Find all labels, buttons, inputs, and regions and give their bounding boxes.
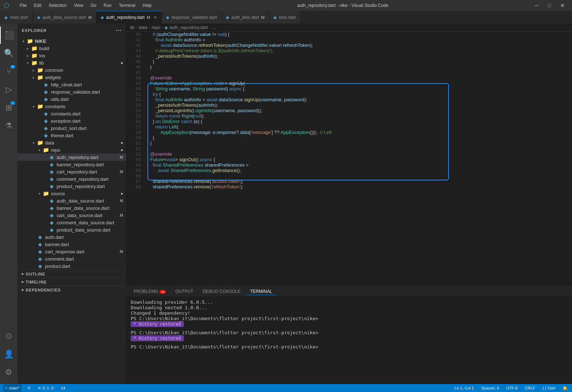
terminal-content[interactable]: Downloading provider 6.0.5... Downloadin… [126,297,572,384]
breadcrumb-lib[interactable]: lib [130,25,134,30]
menu-go[interactable]: Go [88,2,99,9]
run-debug-icon[interactable]: ▷ [0,81,17,98]
tab-response-validator[interactable]: ◆ response_validator.dart [162,11,222,24]
cursor-position[interactable]: Ln 1, Col 1 [453,386,475,390]
panel-tab-debug-console[interactable]: DEBUG CONSOLE [198,288,245,295]
tree-banner-repository[interactable]: ▸ ◆ banner_repository.dart [17,161,126,168]
error-count: 0 [42,386,45,390]
tree-label: cart_data_source.dart [57,213,102,218]
timeline-section[interactable]: ▸ TIMELINE [17,278,126,286]
tab-bloc[interactable]: ◆ bloc.dart [269,11,300,24]
folder-icon: 📁 [36,67,44,73]
tree-auth-repository[interactable]: ▸ ◆ auth_repository.dart M [17,154,126,161]
sidebar-more-button[interactable]: ··· [116,27,122,34]
tree-utils[interactable]: ▸ ◆ utils.dart [17,95,126,103]
tree-widgets[interactable]: ▸ 📁 widgets [17,74,126,81]
code-editor[interactable]: if (authChangeNotifier.value != null) { … [144,32,572,286]
menu-edit[interactable]: Edit [31,2,44,9]
tree-product-repository[interactable]: ▸ ◆ product_repository.dart [17,183,126,190]
tree-auth-data-source[interactable]: ▸ ◆ auth_data_source.dart M [17,197,126,204]
encoding-status[interactable]: UTF-8 [505,386,519,390]
problems-status[interactable]: 14 [59,386,66,390]
tree-constants-folder[interactable]: ▾ 📁 constants [17,103,126,110]
position-text: Ln 1, Col 1 [455,386,474,390]
source-control-icon[interactable]: ⑂ 9 [0,63,17,80]
modified-badge: ● [121,148,123,152]
menu-help[interactable]: Help [140,2,155,9]
tree-response-validator[interactable]: ▸ ◆ response_validator.dart [17,88,126,95]
menu-view[interactable]: View [71,2,86,9]
folder-open-icon: 📁 [26,38,33,44]
tree-http-clinet[interactable]: ▸ ◆ http_clinet.dart [17,81,126,88]
sync-status[interactable]: ↺ [26,386,32,391]
editor-scroll-area[interactable]: 4041424344 4546474849 5051525354 5556575… [126,32,572,286]
panel-tab-terminal[interactable]: TERMINAL [246,288,277,295]
tree-theme[interactable]: ▸ ◆ theme.dart [17,132,126,139]
tree-comment[interactable]: ▸ ◆ comment.dart [17,255,126,262]
breadcrumb-repo[interactable]: repo [151,25,160,30]
tree-lib[interactable]: ▾ 📁 lib ● [17,59,126,66]
menu-run[interactable]: Run [101,2,114,9]
tree-product-sort[interactable]: ▸ ◆ product_sort.dart [17,124,126,132]
minimize-button[interactable]: ─ [531,3,542,8]
panel-tab-output[interactable]: OUTPUT [171,288,198,295]
tab-auth-repository[interactable]: ◆ auth_repository.dart M ✕ [96,11,162,24]
maximize-button[interactable]: □ [544,3,555,8]
menu-selection[interactable]: Selection [46,2,69,9]
tree-constants-dart[interactable]: ▸ ◆ constants.dart [17,110,126,117]
tree-build[interactable]: ▸ 📁 build [17,45,126,52]
language-status[interactable]: { } Dart [541,386,557,390]
tree-root-nike[interactable]: ▾ 📁 NIKE [17,37,126,45]
breadcrumb-file[interactable]: auth_repository.dart [169,25,208,30]
panel-tab-problems[interactable]: PROBLEMS14 [129,288,170,295]
notifications-status[interactable]: 🔔 [561,386,569,391]
tree-source-folder[interactable]: ▾ 📁 source ● [17,190,126,197]
modified-badge: ● [121,191,123,196]
settings-icon[interactable]: ⚙ [0,364,17,381]
tree-common[interactable]: ▸ 📁 common [17,66,126,74]
remote-icon[interactable]: ⊙ [0,327,17,345]
dependencies-section[interactable]: ▸ DEPENDENCIES [17,286,126,294]
term-prompt-line-3: PS C:\Users\Nikan_it\Documents\flutter p… [131,344,568,350]
close-button[interactable]: ✕ [557,3,568,8]
git-branch-status[interactable]: ⑂ main* [3,384,21,392]
tree-auth[interactable]: ▸ ◆ auth.dart [17,233,126,241]
tab-auth-data-source[interactable]: ◆ auth_data_source.dart M [33,11,96,24]
tree-banner-data-source[interactable]: ▸ ◆ banner_data_source.dart [17,204,126,212]
indentation-status[interactable]: Spaces: 4 [480,386,500,390]
tree-label: constants [45,104,65,109]
tree-repo-folder[interactable]: ▾ 📁 repo ● [17,146,126,154]
tree-cart-data-source[interactable]: ▸ ◆ cart_data_source.dart M [17,212,126,219]
testing-icon[interactable]: ⚗ [0,117,17,135]
menu-terminal[interactable]: Terminal [116,2,138,9]
explorer-icon[interactable]: ⬛ [0,26,17,44]
modified-indicator: M [147,15,150,20]
outline-section[interactable]: ▸ OUTLINE [17,270,126,278]
chevron-down-icon: ▾ [36,148,42,152]
tree-comment-data-source[interactable]: ▸ ◆ comment_data_source.dart [17,219,126,226]
breadcrumb-more[interactable]: ... [212,25,216,30]
breadcrumb-data[interactable]: data [139,25,147,30]
tree-product[interactable]: ▸ ◆ product.dart [17,262,126,270]
tree-ios[interactable]: ▸ 📁 ios [17,52,126,59]
tree-cart-repository[interactable]: ▸ ◆ cart_repository.dart M [17,168,126,175]
tree-data-folder[interactable]: ▾ 📁 data ● [17,139,126,146]
dart-file-icon: ◆ [42,111,49,117]
warning-icon: ⚠ [46,386,50,391]
errors-status[interactable]: ✕ 0 ⚠ 0 [36,386,55,391]
tree-comment-repository[interactable]: ▸ ◆ comment_repository.dart [17,175,126,183]
search-icon[interactable]: 🔍 [0,45,17,62]
tree-cart-response[interactable]: ▸ ◆ cart_response.dart M [17,248,126,255]
sidebar-content[interactable]: ▾ 📁 NIKE ▸ 📁 build ▸ 📁 ios [17,37,126,384]
tab-auth-bloc[interactable]: ◆ auth_bloc.dart M [222,11,269,24]
tree-exception[interactable]: ▸ ◆ exception.dart [17,117,126,124]
tree-banner[interactable]: ▸ ◆ banner.dart [17,241,126,248]
tab-close-button[interactable]: ✕ [154,15,157,20]
extensions-icon[interactable]: ⊞ 2 [0,99,17,117]
sync-icon: ↺ [27,386,31,391]
tab-main-dart[interactable]: ◆ main.dart [0,11,33,24]
menu-file[interactable]: File [17,2,29,9]
tree-product-data-source[interactable]: ▸ ◆ product_data_source.dart [17,226,126,233]
account-icon[interactable]: 👤 [0,346,17,363]
line-ending-status[interactable]: CRLF [523,386,537,390]
